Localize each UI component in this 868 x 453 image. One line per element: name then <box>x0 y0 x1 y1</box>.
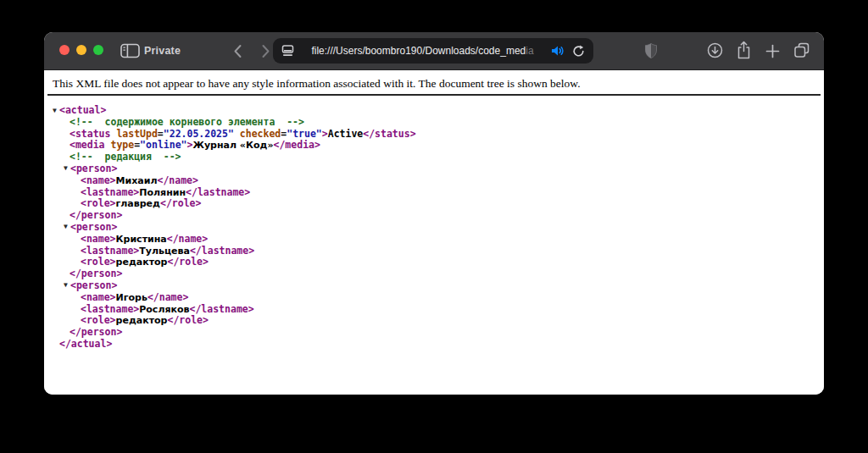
xml-token-tag: <media <box>70 139 105 151</box>
downloads-button[interactable] <box>707 42 723 58</box>
xml-token-tag: <role> <box>81 197 116 209</box>
xml-token-tag: </role> <box>167 256 208 268</box>
xml-token-tag: </name> <box>167 233 208 245</box>
reload-button[interactable] <box>572 45 585 58</box>
browser-toolbar: Private file:/// <box>44 32 824 70</box>
xml-line: </person> <box>53 210 824 222</box>
collapse-arrow[interactable]: ▼ <box>64 165 68 172</box>
xml-token-text: главред <box>116 198 160 209</box>
zoom-window-button[interactable] <box>93 45 103 55</box>
xml-token-attr: checked <box>234 128 281 140</box>
xml-token-tag: <name> <box>81 174 116 186</box>
collapse-arrow[interactable]: ▼ <box>64 224 68 230</box>
xml-line: <!-- содержимое корневого элемента --> <box>53 117 824 129</box>
xml-line: <media type="online">Журнал «Код»</media… <box>53 140 824 152</box>
xml-token-tag: <actual> <box>59 104 106 116</box>
xml-token-tag: <name> <box>81 233 116 245</box>
xml-line: ▼<actual> <box>53 105 824 117</box>
xml-line: ▼<person> <box>53 163 824 175</box>
xml-token-tag: </actual> <box>59 338 112 350</box>
xml-tree: ▼<actual><!-- содержимое корневого элеме… <box>44 105 824 351</box>
xml-token-tag: <name> <box>81 291 116 303</box>
collapse-arrow[interactable]: ▼ <box>53 108 57 114</box>
xml-token-tag: <status <box>70 128 110 140</box>
notice-divider <box>47 94 821 96</box>
xml-token-tag: </name> <box>157 174 198 186</box>
tabs-overview-icon <box>793 42 810 58</box>
xml-line: ▼<person> <box>53 222 824 234</box>
safari-window: Private file:/// <box>44 32 824 395</box>
url-text: file:///Users/boombro190/Downloads/code_… <box>299 45 546 57</box>
xml-line: <name>Михаил</name> <box>53 175 824 187</box>
xml-token-val: "22.05.2025" <box>164 128 234 140</box>
reload-icon <box>572 45 585 58</box>
xml-token-attr: type <box>105 139 135 151</box>
xml-token-tag: </person> <box>70 209 122 221</box>
privacy-report-button[interactable] <box>644 42 658 59</box>
xml-token-text: Тульцева <box>139 246 190 257</box>
xml-token-text: Росляков <box>139 304 189 315</box>
desktop: { "toolbar": { "private_label": "Private… <box>0 0 868 453</box>
xml-line: </actual> <box>53 339 824 351</box>
xml-token-text: Игорь <box>116 292 147 303</box>
xml-token-val: "online" <box>140 139 186 151</box>
xml-token-comment: <!-- содержимое корневого элемента --> <box>70 116 304 128</box>
xml-token-tag: </status> <box>363 128 415 140</box>
tab-overview-button[interactable] <box>793 42 810 58</box>
xml-token-tag: </lastname> <box>190 303 254 315</box>
xml-token-tag: </person> <box>70 268 122 279</box>
xml-token-tag: <lastname> <box>81 186 139 198</box>
xml-token-tag: <lastname> <box>81 245 139 257</box>
xml-token-tag: </lastname> <box>186 186 250 198</box>
page-content: This XML file does not appear to have an… <box>44 70 824 395</box>
xml-token-tag: <role> <box>81 256 116 268</box>
xml-line: <lastname>Полянин</lastname> <box>53 187 824 199</box>
new-tab-button[interactable] <box>765 44 780 58</box>
xml-token-text: Полянин <box>139 187 186 198</box>
speaker-icon <box>551 45 565 57</box>
xml-line: ▼<person> <box>53 280 824 292</box>
xml-token-tag: > <box>322 128 328 140</box>
download-icon <box>707 42 723 58</box>
back-button[interactable] <box>233 44 242 58</box>
private-browsing-label: Private <box>144 32 181 69</box>
xml-style-notice: This XML file does not appear to have an… <box>53 77 815 91</box>
xml-line: <role>главред</role> <box>53 198 824 210</box>
xml-line: <name>Игорь</name> <box>53 292 824 304</box>
forward-button[interactable] <box>261 44 270 58</box>
chevron-left-icon <box>233 44 242 58</box>
xml-token-text: Журнал «Код» <box>192 140 273 151</box>
xml-token-tag: <person> <box>70 163 117 174</box>
xml-line: <lastname>Тульцева</lastname> <box>53 246 824 257</box>
collapse-arrow[interactable]: ▼ <box>64 282 68 289</box>
sidebar-icon <box>120 43 140 58</box>
xml-token-tag: </media> <box>274 139 320 151</box>
xml-line: <status lastUpd="22.05.2025" checked="tr… <box>53 129 824 141</box>
xml-token-attr: lastUpd <box>110 128 157 140</box>
audio-mute-button[interactable] <box>551 45 565 57</box>
url-text-truncated: ia <box>526 45 533 57</box>
xml-token-tag: <person> <box>70 279 117 291</box>
address-bar[interactable]: file:///Users/boombro190/Downloads/code_… <box>273 38 593 64</box>
xml-token-text: редактор <box>116 257 168 268</box>
plus-icon <box>765 44 780 58</box>
xml-token-text: редактор <box>116 315 168 326</box>
xml-token-tag: <person> <box>70 221 117 233</box>
share-button[interactable] <box>736 41 752 60</box>
xml-line: </person> <box>53 327 824 339</box>
xml-token-text: Active <box>328 128 364 140</box>
xml-token-comment: <!-- редакция --> <box>70 151 181 163</box>
xml-line: <role>редактор</role> <box>53 257 824 268</box>
xml-token-tag: <role> <box>81 314 116 326</box>
sidebar-toggle-button[interactable] <box>120 43 140 58</box>
website-settings-icon <box>281 45 294 57</box>
xml-token-tag: </person> <box>70 326 122 338</box>
xml-line: </person> <box>53 268 824 280</box>
xml-token-tag: </role> <box>160 197 201 209</box>
xml-token-tag: <lastname> <box>81 303 139 315</box>
xml-token-text: Михаил <box>116 175 158 186</box>
xml-line: <lastname>Росляков</lastname> <box>53 304 824 316</box>
minimize-window-button[interactable] <box>76 45 86 55</box>
xml-line: <role>редактор</role> <box>53 315 824 327</box>
close-window-button[interactable] <box>59 45 70 55</box>
